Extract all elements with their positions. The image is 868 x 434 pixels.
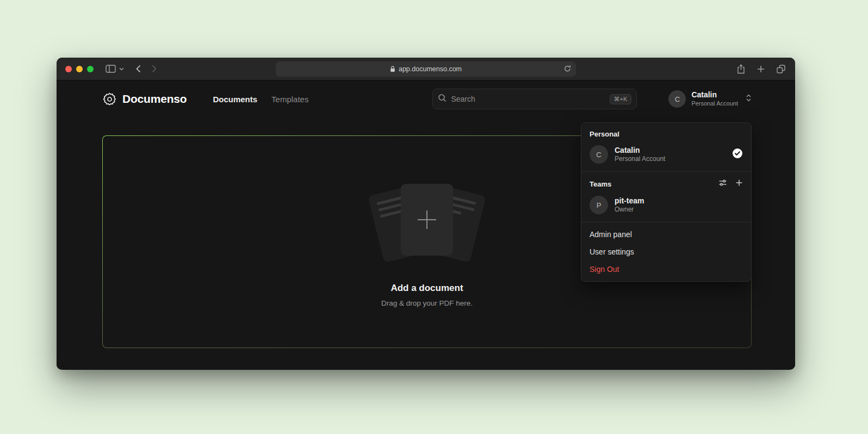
account-type: Personal Account: [691, 100, 738, 108]
reload-icon[interactable]: [564, 65, 571, 72]
sidebar-toggle-icon[interactable]: [106, 65, 116, 73]
plus-icon: [418, 210, 436, 229]
browser-toolbar: app.documenso.com: [57, 58, 795, 80]
menu-item-user-settings[interactable]: User settings: [581, 243, 751, 261]
account-name: Catalin: [691, 90, 738, 100]
account-dropdown-menu: Personal C Catalin Personal Account Team…: [581, 122, 752, 282]
menu-item-admin-panel[interactable]: Admin panel: [581, 226, 751, 243]
personal-account-item[interactable]: C Catalin Personal Account: [581, 143, 751, 171]
forward-button[interactable]: [152, 65, 157, 73]
search-input[interactable]: [451, 95, 605, 103]
selected-check-icon: [732, 148, 743, 161]
team-item[interactable]: P pit-team Owner: [581, 194, 751, 222]
brand-name: Documenso: [122, 92, 187, 106]
url-text: app.documenso.com: [399, 65, 462, 73]
teams-section-header: Teams: [581, 172, 751, 194]
team-avatar: P: [590, 196, 608, 214]
team-name: pit-team: [615, 196, 644, 206]
menu-item-sign-out[interactable]: Sign Out: [581, 261, 751, 278]
add-team-icon[interactable]: [735, 179, 743, 189]
personal-section-label: Personal: [581, 123, 751, 143]
nav-item-documents[interactable]: Documents: [213, 95, 257, 104]
dropzone-title: Add a document: [390, 283, 463, 294]
account-menu-button[interactable]: C Catalin Personal Account: [668, 90, 752, 108]
primary-nav: Documents Templates: [213, 95, 308, 104]
document-card-center: [401, 184, 453, 256]
browser-window: app.documenso.com: [57, 58, 795, 370]
app-header: Documenso Documents Templates ⌘+K C Cata…: [102, 80, 752, 104]
search-icon: [438, 94, 447, 104]
stacked-documents-illustration: [364, 183, 489, 262]
documenso-logo-icon: [102, 92, 117, 107]
address-bar[interactable]: app.documenso.com: [276, 61, 576, 77]
personal-name: Catalin: [615, 145, 665, 155]
chevron-updown-icon: [746, 94, 752, 104]
account-avatar: C: [668, 90, 686, 108]
share-icon[interactable]: [737, 64, 745, 74]
app-content: Documenso Documents Templates ⌘+K C Cata…: [57, 80, 795, 369]
minimize-window-button[interactable]: [76, 66, 83, 72]
brand: Documenso: [102, 92, 187, 107]
zoom-window-button[interactable]: [87, 66, 94, 72]
team-role: Owner: [615, 206, 644, 214]
menu-actions: Admin panel User settings Sign Out: [581, 222, 751, 281]
personal-avatar: C: [590, 145, 608, 164]
new-tab-icon[interactable]: [757, 65, 765, 73]
lock-icon: [390, 66, 395, 72]
search-bar[interactable]: ⌘+K: [432, 89, 637, 109]
sidebar-menu-chevron-icon[interactable]: [119, 67, 124, 71]
manage-teams-icon[interactable]: [718, 178, 727, 189]
nav-item-templates[interactable]: Templates: [271, 95, 308, 104]
search-shortcut-badge: ⌘+K: [610, 94, 632, 104]
teams-section-label: Teams: [590, 180, 611, 188]
tab-overview-icon[interactable]: [777, 65, 785, 73]
toolbar-right-actions: [737, 58, 785, 80]
close-window-button[interactable]: [65, 66, 72, 72]
personal-type: Personal Account: [615, 155, 665, 164]
traffic-lights: [65, 66, 94, 72]
back-button[interactable]: [136, 65, 141, 73]
dropzone-subtitle: Drag & drop your PDF here.: [381, 299, 473, 307]
